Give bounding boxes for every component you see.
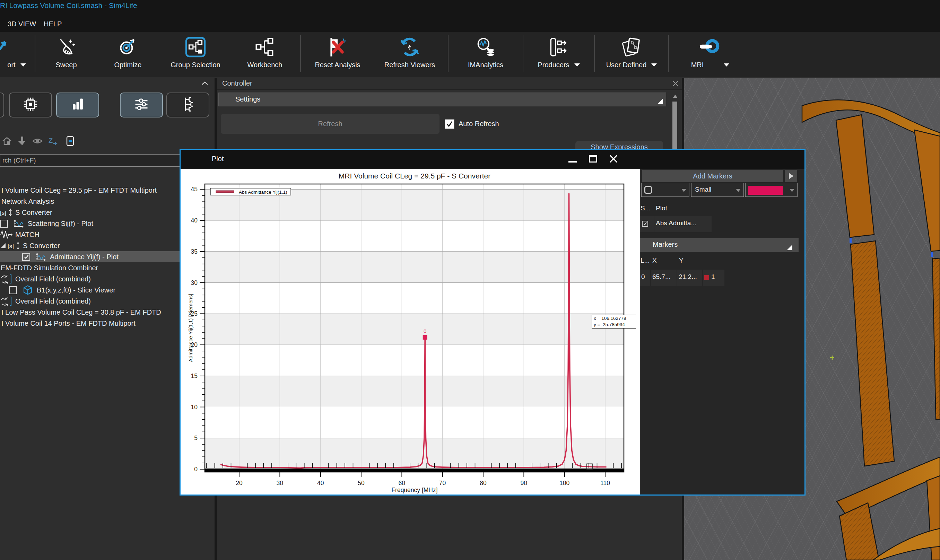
view-button-partial[interactable] bbox=[0, 92, 4, 117]
svg-text:30: 30 bbox=[191, 279, 198, 286]
close-icon[interactable] bbox=[609, 154, 618, 163]
toolbar-button-imanalytics[interactable]: IMAnalytics bbox=[450, 32, 521, 77]
scrollbar-thumb[interactable] bbox=[672, 102, 677, 154]
toolbar-separator bbox=[523, 35, 523, 72]
toolbar-button-group-selection[interactable]: Group Selection bbox=[160, 32, 231, 77]
sweep-icon bbox=[55, 35, 78, 60]
toolbar-button-refresh-viewers[interactable]: Refresh Viewers bbox=[373, 32, 446, 77]
svg-text:80: 80 bbox=[480, 480, 487, 486]
download-arrow-icon[interactable] bbox=[17, 135, 28, 146]
series-checkbox-cell[interactable] bbox=[640, 216, 654, 232]
controller-title: Controller bbox=[222, 79, 252, 87]
toolbar-label: Sweep bbox=[55, 61, 77, 69]
toolbar-separator bbox=[668, 35, 669, 72]
chart-tooltip: x = 106.162778y = 25.785934 bbox=[592, 315, 636, 329]
svg-text:[s]: [s] bbox=[0, 210, 6, 216]
tree-item-label: I Low Pass Volume Coil CLeg = 30.8 pF - … bbox=[2, 308, 161, 316]
tree-item-label: S Converter bbox=[23, 242, 60, 250]
view-button-settings[interactable] bbox=[120, 92, 163, 117]
chart-area[interactable]: 2030405060708090100110051015202530354045… bbox=[181, 169, 640, 494]
svg-text:Admittance Yij(1,1) [Siemens]: Admittance Yij(1,1) [Siemens] bbox=[188, 294, 194, 362]
chevron-down-icon bbox=[789, 189, 794, 192]
expander-triangle-icon[interactable] bbox=[1, 243, 6, 248]
maximize-icon[interactable] bbox=[589, 155, 597, 163]
marker-style-dropdown[interactable] bbox=[641, 183, 689, 197]
user-defined-icon bbox=[620, 35, 643, 60]
svg-text:45: 45 bbox=[191, 186, 198, 193]
tree-checkbox[interactable] bbox=[0, 220, 8, 228]
minimize-icon[interactable] bbox=[568, 161, 577, 163]
auto-refresh-label: Auto Refresh bbox=[458, 120, 499, 128]
tree-item-label: Admittance Yij(f) - Plot bbox=[50, 253, 118, 261]
svg-text:40: 40 bbox=[191, 217, 198, 224]
toolbar-button-producers[interactable]: Producers bbox=[525, 32, 593, 77]
chevron-down-icon bbox=[682, 189, 686, 192]
plot-window-titlebar[interactable]: Plot bbox=[181, 150, 805, 169]
menu-bar: 3D VIEW HELP bbox=[0, 17, 940, 32]
series-checkbox[interactable] bbox=[642, 221, 648, 227]
collapse-chevron-icon[interactable] bbox=[201, 81, 209, 87]
svg-text:MRI Volume Coil CLeg = 29.5 pF: MRI Volume Coil CLeg = 29.5 pF - S Conve… bbox=[338, 172, 491, 180]
toolbar-label: Workbench bbox=[248, 61, 283, 69]
z-order-icon[interactable]: Z bbox=[48, 135, 59, 146]
toolbar-button-workbench[interactable]: Workbench bbox=[231, 32, 299, 77]
marker-row-style-cell[interactable]: 1 bbox=[703, 269, 725, 286]
markers-label: Markers bbox=[653, 240, 678, 248]
tree-item-label: B1(x,y,z,f0) - Slice Viewer bbox=[37, 286, 115, 294]
marker-row-y-cell[interactable]: 21.2... bbox=[677, 269, 702, 286]
svg-text:Frequency [MHz]: Frequency [MHz] bbox=[391, 486, 437, 494]
dropdown-caret-icon[interactable] bbox=[651, 63, 657, 66]
dropdown-caret-icon[interactable] bbox=[20, 63, 26, 66]
tree-item-label: Scattering Sij(f) - Plot bbox=[28, 220, 93, 228]
marker-size-dropdown[interactable]: Small bbox=[691, 183, 744, 197]
refresh-button[interactable]: Refresh bbox=[221, 114, 440, 134]
markers-section-header[interactable]: Markers bbox=[640, 238, 798, 252]
marker-row-x-cell[interactable]: 65.7... bbox=[651, 269, 677, 286]
settings-section-header[interactable]: Settings bbox=[218, 92, 666, 106]
settings-label: Settings bbox=[235, 95, 260, 103]
toolbar-separator bbox=[300, 35, 301, 72]
svg-text:110: 110 bbox=[600, 480, 610, 486]
dropdown-caret-icon[interactable] bbox=[574, 63, 580, 66]
tree-checkbox[interactable] bbox=[9, 286, 17, 294]
toolbar-button-reset-analysis[interactable]: Reset Analysis bbox=[302, 32, 373, 77]
controller-close-icon[interactable] bbox=[672, 80, 680, 88]
add-markers-label: Add Markers bbox=[693, 172, 732, 180]
scrollbar-up-icon[interactable] bbox=[673, 95, 677, 98]
chip-icon bbox=[21, 95, 40, 115]
square-marker-icon bbox=[645, 186, 652, 194]
toolbar-separator bbox=[594, 35, 595, 72]
menu-help[interactable]: HELP bbox=[44, 20, 62, 28]
toolbar-button-sweep[interactable]: Sweep bbox=[37, 32, 96, 77]
toolbar-button-ort[interactable]: ort bbox=[0, 32, 33, 77]
svg-text:0: 0 bbox=[194, 466, 198, 473]
toolbar-button-mri[interactable]: MRI bbox=[670, 32, 750, 77]
series-name-cell[interactable]: Abs Admitta... bbox=[654, 216, 712, 232]
auto-refresh-checkbox[interactable] bbox=[445, 119, 454, 129]
eye-icon[interactable] bbox=[32, 135, 43, 146]
home-icon[interactable] bbox=[2, 135, 12, 146]
toolbar-button-user-defined[interactable]: User Defined bbox=[596, 32, 667, 77]
search-input[interactable] bbox=[0, 154, 191, 167]
marker-color-dropdown[interactable] bbox=[745, 183, 797, 197]
s-converter-icon: [s] bbox=[0, 207, 12, 218]
title-bar: RI Lowpass Volume Coil.smash - Sim4Life bbox=[0, 0, 940, 17]
view-button-modeler[interactable] bbox=[9, 92, 52, 117]
toolbar-button-optimize[interactable]: Optimize bbox=[96, 32, 160, 77]
cube-icon bbox=[22, 285, 34, 295]
toolbar-separator bbox=[448, 35, 449, 72]
toolbar-label: MRI bbox=[691, 61, 704, 69]
svg-text:100: 100 bbox=[559, 480, 569, 486]
chevron-down-icon bbox=[736, 189, 741, 192]
view-button-tree[interactable] bbox=[166, 92, 209, 117]
view-button-analysis[interactable] bbox=[56, 92, 99, 117]
series-col1-header: S... bbox=[640, 205, 651, 212]
menu-3d-view[interactable]: 3D VIEW bbox=[8, 20, 36, 28]
markers-col2-header: X bbox=[652, 257, 657, 265]
dropdown-caret-icon[interactable] bbox=[724, 63, 729, 66]
add-markers-expand-button[interactable] bbox=[785, 170, 797, 182]
tree-checkbox[interactable] bbox=[22, 253, 30, 261]
add-markers-button[interactable]: Add Markers bbox=[642, 170, 783, 182]
checkbox-minus-icon[interactable] bbox=[65, 135, 75, 146]
marker-row-label-cell[interactable]: 0 bbox=[640, 269, 650, 286]
